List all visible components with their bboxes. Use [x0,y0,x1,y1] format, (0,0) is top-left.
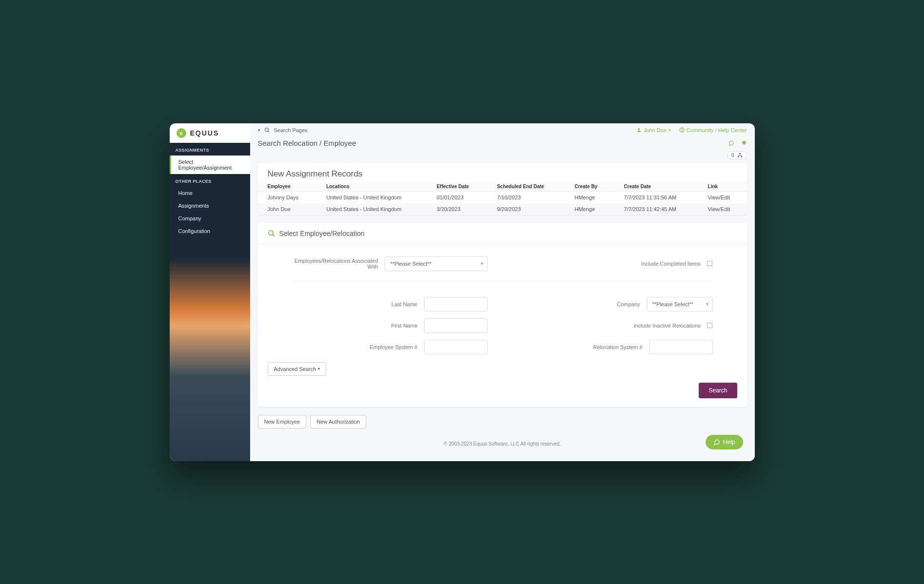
advanced-search-label: Advanced Search [274,366,316,372]
search-button[interactable]: Search [699,383,737,398]
chat-icon[interactable] [728,140,734,146]
divider [292,281,713,281]
advanced-search-button[interactable]: Advanced Search ▾ [268,362,327,376]
table-row: Johnny Days United States - United Kingd… [258,191,747,203]
form-grid-top: Employees/Relocations Associated With **… [258,245,747,277]
svg-rect-7 [737,156,739,157]
sitemap-icon [737,153,743,158]
last-name-label: Last Name [392,301,417,307]
caret-down-icon: ▾ [318,367,320,371]
user-icon [636,127,642,133]
first-name-label: First Name [391,323,417,329]
search-icon [268,230,275,237]
col-createdate[interactable]: Create Date [614,182,698,192]
include-inactive-checkbox[interactable] [707,323,712,329]
logo-text: EQUUS [190,129,219,137]
svg-line-1 [268,131,269,132]
gear-icon[interactable] [741,140,747,146]
cell-end: 9/20/2023 [487,203,565,215]
col-effective[interactable]: Effective Date [427,182,487,192]
records-table: Employee Locations Effective Date Schedu… [258,182,747,215]
sidebar-section-other: OTHER PLACES [170,174,250,187]
question-icon [679,127,685,133]
search-pages-input[interactable]: Search Pages [274,127,308,133]
svg-line-10 [273,234,275,236]
cell-end: 7/10/2023 [487,191,565,203]
company-select[interactable]: **Please Select** [647,297,713,311]
sitemap-badge[interactable]: 0 [727,151,747,159]
first-name-row: First Name [292,318,488,333]
search-panel-header: Select Employee/Relocation [258,223,747,245]
help-fab-label: Help [723,439,735,446]
sidebar-section-assignments: ASSIGNMENTS [170,143,250,156]
include-completed-checkbox[interactable] [707,261,712,267]
cell-employee: Johnny Days [258,191,317,203]
col-createby[interactable]: Create By [565,182,614,192]
logo-bar: e EQUUS [170,123,250,143]
svg-point-2 [638,128,640,130]
new-employee-button[interactable]: New Employee [258,415,307,428]
page-title-icons [728,140,747,146]
last-name-input[interactable] [424,297,488,311]
include-inactive-label: Include Inactive Relocations [634,323,701,329]
col-end[interactable]: Scheduled End Date [487,182,565,192]
sidebar-item-home[interactable]: Home [170,187,250,199]
chat-icon [713,439,720,446]
page-title-row: Search Relocation / Employee [250,137,755,151]
sidebar-item-select-employee[interactable]: Select Employee/Assignment [170,156,250,174]
first-name-input[interactable] [424,318,488,333]
user-menu[interactable]: John Doe ▾ [636,127,670,133]
assoc-select[interactable]: **Please Select** [385,256,488,271]
search-button-row: Search [258,383,747,407]
topbar-right: John Doe ▾ Community / Help Center [636,127,747,133]
svg-point-0 [265,128,268,131]
reloc-sys-input[interactable] [649,340,713,354]
view-edit-link[interactable]: View/Edit [698,203,747,215]
search-panel: Select Employee/Relocation Employees/Rel… [258,223,747,407]
app-window: e EQUUS ASSIGNMENTS Select Employee/Assi… [170,123,755,461]
help-link-label: Community / Help Center [687,127,747,133]
svg-rect-6 [739,153,741,154]
user-name: John Doe [644,127,667,133]
cell-effective: 01/01/2023 [427,191,487,203]
page-title: Search Relocation / Employee [258,139,356,147]
reloc-sys-row: Relocation System # [517,340,713,354]
app-body: e EQUUS ASSIGNMENTS Select Employee/Assi… [170,123,755,461]
assoc-select-value: **Please Select** [390,261,431,267]
help-center-link[interactable]: Community / Help Center [679,127,747,133]
help-fab[interactable]: Help [706,435,743,449]
cell-effective: 3/20/2023 [427,203,487,215]
emp-sys-input[interactable] [424,340,488,354]
view-edit-link[interactable]: View/Edit [698,191,747,203]
search-icon [264,127,270,133]
records-panel-title: New Assignment Records [258,163,747,182]
include-completed-label: Include Completed Items [641,261,701,267]
assoc-row: Employees/Relocations Associated With **… [292,256,488,271]
caret-down-icon[interactable]: ▾ [258,128,260,133]
sidebar-item-company[interactable]: Company [170,212,250,225]
cell-employee: John Doe [258,203,317,215]
sidebar-item-configuration[interactable]: Configuration [170,225,250,237]
company-row: Company **Please Select** [517,297,713,311]
col-employee[interactable]: Employee [258,182,317,192]
new-authorization-button[interactable]: New Authorization [310,415,366,428]
records-panel: New Assignment Records Employee Location… [258,163,747,215]
badge-count: 0 [731,153,734,158]
emp-sys-row: Employee System # [292,340,488,354]
col-locations[interactable]: Locations [316,182,427,192]
cell-locations: United States - United Kingdom [316,191,427,203]
assoc-label: Employees/Relocations Associated With [292,258,378,270]
cell-createby: HMenge [565,191,614,203]
badge-row: 0 [250,151,755,163]
emp-sys-label: Employee System # [370,344,417,350]
sidebar-item-assignments[interactable]: Assignments [170,199,250,212]
include-inactive-row: Include Inactive Relocations [517,318,713,333]
reloc-sys-label: Relocation System # [593,344,643,350]
table-row: John Doe United States - United Kingdom … [258,203,747,215]
main-content: ▾ Search Pages John Doe ▾ [250,123,755,461]
cell-createby: HMenge [565,203,614,215]
col-link[interactable]: Link [698,182,747,192]
search-panel-title: Select Employee/Relocation [279,230,365,237]
last-name-row: Last Name [292,297,488,311]
topbar: ▾ Search Pages John Doe ▾ [250,123,755,137]
